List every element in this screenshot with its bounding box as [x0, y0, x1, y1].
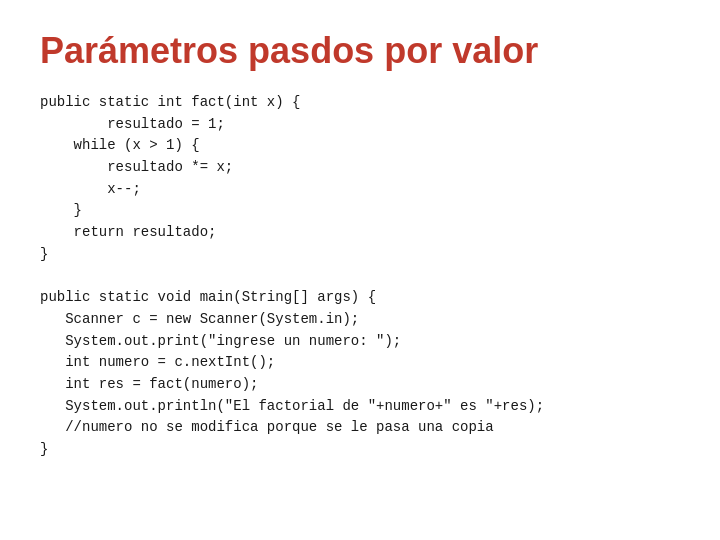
code-content: public static int fact(int x) { resultad…: [40, 92, 680, 461]
slide-title: Parámetros pasdos por valor: [40, 30, 680, 72]
slide: Parámetros pasdos por valor public stati…: [0, 0, 720, 540]
